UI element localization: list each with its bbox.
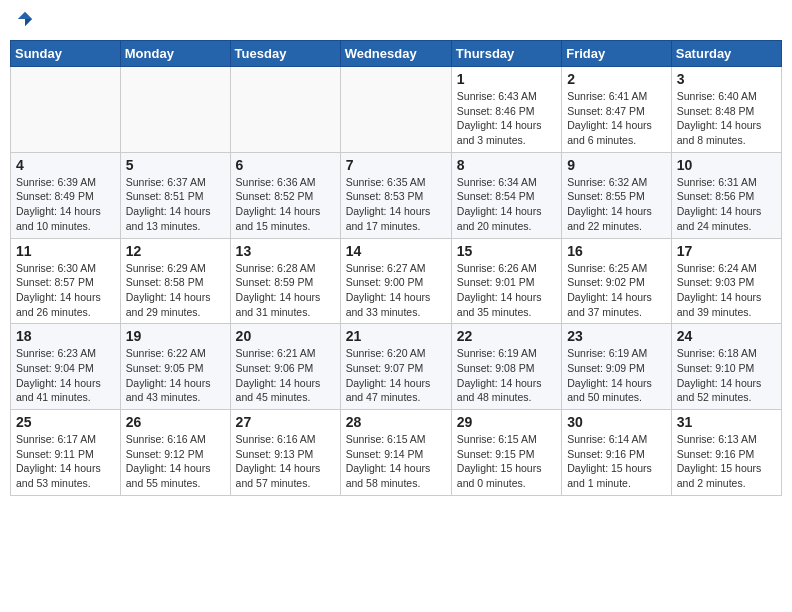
calendar-cell: 1Sunrise: 6:43 AM Sunset: 8:46 PM Daylig… (451, 67, 561, 153)
calendar-cell: 2Sunrise: 6:41 AM Sunset: 8:47 PM Daylig… (562, 67, 672, 153)
calendar-cell: 27Sunrise: 6:16 AM Sunset: 9:13 PM Dayli… (230, 410, 340, 496)
day-header-thursday: Thursday (451, 41, 561, 67)
day-number: 1 (457, 71, 556, 87)
day-info: Sunrise: 6:25 AM Sunset: 9:02 PM Dayligh… (567, 261, 666, 320)
day-info: Sunrise: 6:13 AM Sunset: 9:16 PM Dayligh… (677, 432, 776, 491)
day-info: Sunrise: 6:19 AM Sunset: 9:09 PM Dayligh… (567, 346, 666, 405)
day-header-monday: Monday (120, 41, 230, 67)
day-number: 21 (346, 328, 446, 344)
day-number: 3 (677, 71, 776, 87)
calendar-cell: 4Sunrise: 6:39 AM Sunset: 8:49 PM Daylig… (11, 152, 121, 238)
calendar-cell: 16Sunrise: 6:25 AM Sunset: 9:02 PM Dayli… (562, 238, 672, 324)
day-number: 31 (677, 414, 776, 430)
day-number: 8 (457, 157, 556, 173)
day-info: Sunrise: 6:43 AM Sunset: 8:46 PM Dayligh… (457, 89, 556, 148)
day-number: 15 (457, 243, 556, 259)
calendar-cell: 14Sunrise: 6:27 AM Sunset: 9:00 PM Dayli… (340, 238, 451, 324)
day-number: 2 (567, 71, 666, 87)
day-number: 5 (126, 157, 225, 173)
day-number: 16 (567, 243, 666, 259)
calendar-cell: 8Sunrise: 6:34 AM Sunset: 8:54 PM Daylig… (451, 152, 561, 238)
day-number: 26 (126, 414, 225, 430)
day-info: Sunrise: 6:17 AM Sunset: 9:11 PM Dayligh… (16, 432, 115, 491)
day-number: 28 (346, 414, 446, 430)
calendar-cell: 18Sunrise: 6:23 AM Sunset: 9:04 PM Dayli… (11, 324, 121, 410)
day-info: Sunrise: 6:26 AM Sunset: 9:01 PM Dayligh… (457, 261, 556, 320)
calendar-cell: 3Sunrise: 6:40 AM Sunset: 8:48 PM Daylig… (671, 67, 781, 153)
day-info: Sunrise: 6:35 AM Sunset: 8:53 PM Dayligh… (346, 175, 446, 234)
day-info: Sunrise: 6:41 AM Sunset: 8:47 PM Dayligh… (567, 89, 666, 148)
calendar-week-row: 11Sunrise: 6:30 AM Sunset: 8:57 PM Dayli… (11, 238, 782, 324)
calendar-cell: 5Sunrise: 6:37 AM Sunset: 8:51 PM Daylig… (120, 152, 230, 238)
day-info: Sunrise: 6:39 AM Sunset: 8:49 PM Dayligh… (16, 175, 115, 234)
calendar-cell: 31Sunrise: 6:13 AM Sunset: 9:16 PM Dayli… (671, 410, 781, 496)
calendar-cell: 26Sunrise: 6:16 AM Sunset: 9:12 PM Dayli… (120, 410, 230, 496)
calendar-cell: 9Sunrise: 6:32 AM Sunset: 8:55 PM Daylig… (562, 152, 672, 238)
day-number: 4 (16, 157, 115, 173)
day-number: 7 (346, 157, 446, 173)
day-info: Sunrise: 6:19 AM Sunset: 9:08 PM Dayligh… (457, 346, 556, 405)
day-header-tuesday: Tuesday (230, 41, 340, 67)
calendar-cell: 13Sunrise: 6:28 AM Sunset: 8:59 PM Dayli… (230, 238, 340, 324)
day-number: 19 (126, 328, 225, 344)
day-number: 12 (126, 243, 225, 259)
day-header-saturday: Saturday (671, 41, 781, 67)
svg-marker-1 (25, 19, 32, 26)
svg-marker-0 (18, 12, 32, 19)
day-info: Sunrise: 6:22 AM Sunset: 9:05 PM Dayligh… (126, 346, 225, 405)
day-number: 23 (567, 328, 666, 344)
page-header (10, 10, 782, 32)
calendar-cell: 17Sunrise: 6:24 AM Sunset: 9:03 PM Dayli… (671, 238, 781, 324)
day-number: 27 (236, 414, 335, 430)
day-header-sunday: Sunday (11, 41, 121, 67)
day-info: Sunrise: 6:37 AM Sunset: 8:51 PM Dayligh… (126, 175, 225, 234)
day-header-wednesday: Wednesday (340, 41, 451, 67)
calendar-cell: 24Sunrise: 6:18 AM Sunset: 9:10 PM Dayli… (671, 324, 781, 410)
day-number: 30 (567, 414, 666, 430)
day-info: Sunrise: 6:14 AM Sunset: 9:16 PM Dayligh… (567, 432, 666, 491)
day-number: 9 (567, 157, 666, 173)
calendar-cell: 29Sunrise: 6:15 AM Sunset: 9:15 PM Dayli… (451, 410, 561, 496)
calendar-cell (340, 67, 451, 153)
day-info: Sunrise: 6:16 AM Sunset: 9:13 PM Dayligh… (236, 432, 335, 491)
day-info: Sunrise: 6:29 AM Sunset: 8:58 PM Dayligh… (126, 261, 225, 320)
day-number: 17 (677, 243, 776, 259)
calendar-cell: 12Sunrise: 6:29 AM Sunset: 8:58 PM Dayli… (120, 238, 230, 324)
day-info: Sunrise: 6:23 AM Sunset: 9:04 PM Dayligh… (16, 346, 115, 405)
day-info: Sunrise: 6:36 AM Sunset: 8:52 PM Dayligh… (236, 175, 335, 234)
calendar-cell (230, 67, 340, 153)
day-number: 14 (346, 243, 446, 259)
calendar-table: SundayMondayTuesdayWednesdayThursdayFrid… (10, 40, 782, 496)
calendar-cell: 30Sunrise: 6:14 AM Sunset: 9:16 PM Dayli… (562, 410, 672, 496)
calendar-cell: 15Sunrise: 6:26 AM Sunset: 9:01 PM Dayli… (451, 238, 561, 324)
day-number: 20 (236, 328, 335, 344)
day-info: Sunrise: 6:31 AM Sunset: 8:56 PM Dayligh… (677, 175, 776, 234)
calendar-cell: 23Sunrise: 6:19 AM Sunset: 9:09 PM Dayli… (562, 324, 672, 410)
day-number: 11 (16, 243, 115, 259)
day-number: 24 (677, 328, 776, 344)
calendar-week-row: 1Sunrise: 6:43 AM Sunset: 8:46 PM Daylig… (11, 67, 782, 153)
day-info: Sunrise: 6:15 AM Sunset: 9:14 PM Dayligh… (346, 432, 446, 491)
calendar-cell: 7Sunrise: 6:35 AM Sunset: 8:53 PM Daylig… (340, 152, 451, 238)
day-info: Sunrise: 6:27 AM Sunset: 9:00 PM Dayligh… (346, 261, 446, 320)
day-header-friday: Friday (562, 41, 672, 67)
logo-icon (16, 10, 34, 28)
day-info: Sunrise: 6:16 AM Sunset: 9:12 PM Dayligh… (126, 432, 225, 491)
calendar-cell (11, 67, 121, 153)
day-number: 13 (236, 243, 335, 259)
calendar-week-row: 4Sunrise: 6:39 AM Sunset: 8:49 PM Daylig… (11, 152, 782, 238)
day-number: 25 (16, 414, 115, 430)
calendar-week-row: 18Sunrise: 6:23 AM Sunset: 9:04 PM Dayli… (11, 324, 782, 410)
calendar-week-row: 25Sunrise: 6:17 AM Sunset: 9:11 PM Dayli… (11, 410, 782, 496)
day-info: Sunrise: 6:21 AM Sunset: 9:06 PM Dayligh… (236, 346, 335, 405)
calendar-cell: 6Sunrise: 6:36 AM Sunset: 8:52 PM Daylig… (230, 152, 340, 238)
calendar-cell: 21Sunrise: 6:20 AM Sunset: 9:07 PM Dayli… (340, 324, 451, 410)
day-info: Sunrise: 6:28 AM Sunset: 8:59 PM Dayligh… (236, 261, 335, 320)
day-info: Sunrise: 6:18 AM Sunset: 9:10 PM Dayligh… (677, 346, 776, 405)
day-info: Sunrise: 6:15 AM Sunset: 9:15 PM Dayligh… (457, 432, 556, 491)
calendar-cell: 20Sunrise: 6:21 AM Sunset: 9:06 PM Dayli… (230, 324, 340, 410)
day-info: Sunrise: 6:34 AM Sunset: 8:54 PM Dayligh… (457, 175, 556, 234)
day-number: 22 (457, 328, 556, 344)
day-number: 6 (236, 157, 335, 173)
day-info: Sunrise: 6:24 AM Sunset: 9:03 PM Dayligh… (677, 261, 776, 320)
